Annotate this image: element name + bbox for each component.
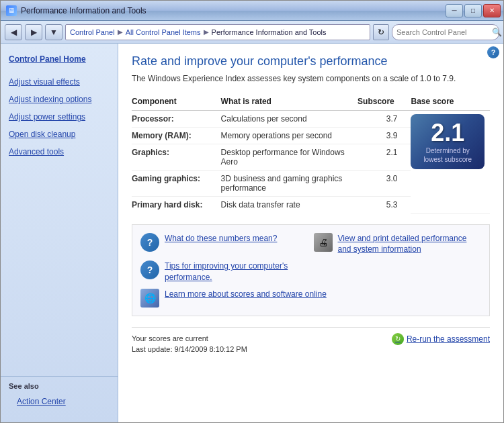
bottom-bar: Your scores are current Last update: 9/1… bbox=[132, 327, 490, 355]
help-icon[interactable]: ? bbox=[487, 46, 499, 58]
question-icon-2: ? bbox=[140, 261, 159, 279]
forward-button[interactable]: ▶ bbox=[25, 24, 42, 40]
sidebar-control-panel-home[interactable]: Control Panel Home bbox=[1, 50, 118, 68]
cell-subscore: 2.1 bbox=[358, 144, 411, 171]
link-print[interactable]: View and print detailed performance and … bbox=[338, 233, 482, 256]
refresh-button[interactable]: ↻ bbox=[373, 24, 389, 40]
dropdown-button[interactable]: ▼ bbox=[45, 24, 62, 40]
cell-what: Desktop performance for Windows Aero bbox=[221, 144, 358, 171]
cell-what: Calculations per second bbox=[221, 111, 358, 128]
cell-component: Graphics: bbox=[132, 144, 221, 171]
see-also-section: See also Action Center bbox=[1, 376, 118, 416]
window-title: Performance Information and Tools bbox=[21, 6, 146, 15]
see-also-label: See also bbox=[9, 382, 110, 390]
col-header-basescore: Base score bbox=[411, 94, 490, 111]
main-window: 🖥 Performance Information and Tools ─ □ … bbox=[0, 0, 504, 423]
performance-table: Component What is rated Subscore Base sc… bbox=[132, 94, 490, 214]
page-description: The Windows Experience Index assesses ke… bbox=[132, 74, 490, 83]
status-line1: Your scores are current bbox=[132, 333, 247, 344]
cell-component: Memory (RAM): bbox=[132, 128, 221, 144]
base-score-label: Determined by lowest subscore bbox=[421, 146, 474, 164]
link-numbers[interactable]: What do these numbers mean? bbox=[165, 233, 277, 244]
question-icon-1: ? bbox=[140, 233, 159, 252]
link-item-numbers: ? What do these numbers mean? bbox=[140, 233, 308, 256]
search-input[interactable] bbox=[396, 28, 489, 36]
link-tips[interactable]: Tips for improving your computer's perfo… bbox=[165, 261, 308, 283]
sidebar-item-power[interactable]: Adjust power settings bbox=[1, 108, 118, 126]
score-status: Your scores are current Last update: 9/1… bbox=[132, 333, 247, 355]
table-row: Processor:Calculations per second3.72.1D… bbox=[132, 111, 490, 128]
base-score-box: 2.1Determined by lowest subscore bbox=[411, 114, 485, 169]
cell-subscore: 5.3 bbox=[358, 197, 411, 214]
cell-basescore: 2.1Determined by lowest subscore bbox=[411, 111, 490, 214]
breadcrumb-current: Performance Information and Tools bbox=[212, 28, 327, 36]
breadcrumb: Control Panel ▶ All Control Panel Items … bbox=[65, 24, 370, 40]
rerun-button[interactable]: ↻ Re-run the assessment bbox=[392, 333, 490, 345]
links-section: ? What do these numbers mean? 🖨 View and… bbox=[132, 224, 490, 316]
globe-icon: 🌐 bbox=[140, 289, 159, 308]
addressbar: ◀ ▶ ▼ Control Panel ▶ All Control Panel … bbox=[1, 21, 503, 44]
cell-what: 3D business and gaming graphics performa… bbox=[221, 171, 358, 197]
back-button[interactable]: ◀ bbox=[5, 24, 22, 40]
sidebar-action-center[interactable]: Action Center bbox=[9, 393, 110, 410]
col-header-what: What is rated bbox=[221, 94, 358, 111]
breadcrumb-control-panel[interactable]: Control Panel bbox=[70, 28, 115, 36]
sidebar-item-disk-cleanup[interactable]: Open disk cleanup bbox=[1, 126, 118, 143]
link-item-tips: ? Tips for improving your computer's per… bbox=[140, 261, 308, 283]
titlebar: 🖥 Performance Information and Tools ─ □ … bbox=[1, 1, 503, 21]
cell-subscore: 3.0 bbox=[358, 171, 411, 197]
sidebar-item-visual-effects[interactable]: Adjust visual effects bbox=[1, 73, 118, 91]
main-area: Control Panel Home Adjust visual effects… bbox=[1, 44, 503, 422]
search-bar: 🔍 bbox=[392, 24, 499, 40]
base-score-number: 2.1 bbox=[431, 120, 464, 146]
sidebar-item-indexing[interactable]: Adjust indexing options bbox=[1, 91, 118, 108]
cell-what: Disk data transfer rate bbox=[221, 197, 358, 214]
rerun-icon: ↻ bbox=[392, 333, 404, 345]
content-area: ? Rate and improve your computer's perfo… bbox=[118, 44, 503, 422]
col-header-subscore: Subscore bbox=[358, 94, 411, 111]
col-header-component: Component bbox=[132, 94, 221, 111]
cell-subscore: 3.9 bbox=[358, 128, 411, 144]
sidebar-item-advanced-tools[interactable]: Advanced tools bbox=[1, 143, 118, 160]
cell-what: Memory operations per second bbox=[221, 128, 358, 144]
close-button[interactable]: ✕ bbox=[483, 4, 501, 17]
cell-component: Gaming graphics: bbox=[132, 171, 221, 197]
printer-icon: 🖨 bbox=[314, 233, 333, 252]
link-online[interactable]: Learn more about scores and software onl… bbox=[165, 289, 327, 300]
minimize-button[interactable]: ─ bbox=[446, 4, 463, 17]
cell-component: Processor: bbox=[132, 111, 221, 128]
sidebar: Control Panel Home Adjust visual effects… bbox=[1, 44, 118, 422]
window-icon: 🖥 bbox=[6, 5, 17, 16]
cell-subscore: 3.7 bbox=[358, 111, 411, 128]
titlebar-buttons: ─ □ ✕ bbox=[446, 4, 501, 17]
maximize-button[interactable]: □ bbox=[464, 4, 482, 17]
cell-component: Primary hard disk: bbox=[132, 197, 221, 214]
link-item-online: 🌐 Learn more about scores and software o… bbox=[140, 289, 481, 308]
search-icon[interactable]: 🔍 bbox=[492, 28, 502, 37]
page-title: Rate and improve your computer's perform… bbox=[132, 54, 490, 68]
titlebar-left: 🖥 Performance Information and Tools bbox=[6, 5, 146, 16]
link-item-print: 🖨 View and print detailed performance an… bbox=[314, 233, 482, 256]
status-line2: Last update: 9/14/2009 8:10:12 PM bbox=[132, 344, 247, 355]
breadcrumb-all-items[interactable]: All Control Panel Items bbox=[126, 28, 201, 36]
rerun-label[interactable]: Re-run the assessment bbox=[407, 334, 490, 344]
